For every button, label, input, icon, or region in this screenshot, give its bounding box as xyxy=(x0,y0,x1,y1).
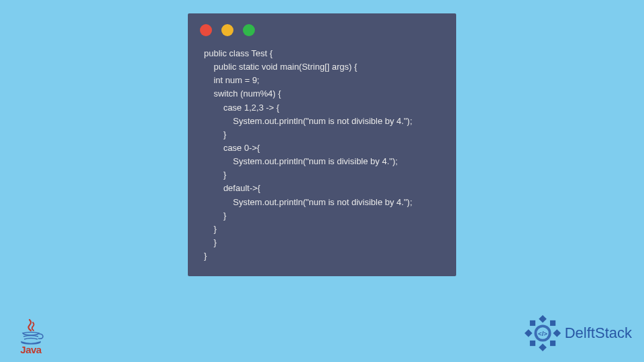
svg-marker-0 xyxy=(539,315,547,323)
svg-marker-2 xyxy=(525,329,533,337)
window-maximize-dot xyxy=(243,24,255,36)
svg-marker-4 xyxy=(547,318,558,328)
code-block: public class Test { public static void m… xyxy=(188,42,456,265)
traffic-lights xyxy=(188,13,456,42)
svg-marker-7 xyxy=(547,338,558,349)
code-window: public class Test { public static void m… xyxy=(188,13,456,276)
window-close-dot xyxy=(200,24,212,36)
java-cup-icon xyxy=(17,318,44,343)
svg-text:</>: </> xyxy=(538,330,547,337)
delftstack-logo-label: DelftStack xyxy=(565,324,632,342)
svg-marker-5 xyxy=(527,338,537,349)
svg-marker-3 xyxy=(553,329,561,337)
svg-marker-6 xyxy=(527,318,537,328)
java-logo: Java xyxy=(12,318,50,355)
java-logo-label: Java xyxy=(12,344,50,355)
window-minimize-dot xyxy=(221,24,233,36)
delftstack-logo: </> DelftStack xyxy=(523,314,632,353)
delftstack-badge-icon: </> xyxy=(523,314,562,353)
svg-marker-1 xyxy=(539,343,547,351)
